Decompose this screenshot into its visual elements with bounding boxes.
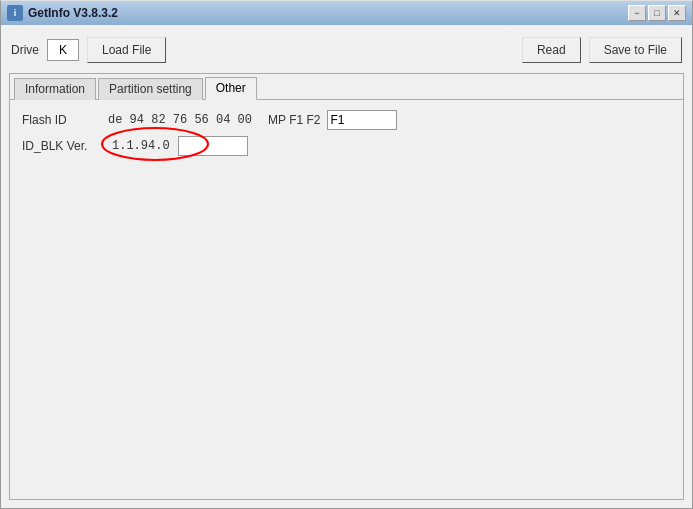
id-blk-value: 1.1.94.0 xyxy=(108,139,174,153)
flash-id-value: de 94 82 76 56 04 00 xyxy=(108,113,252,127)
toolbar: Drive Load File Read Save to File xyxy=(9,33,684,67)
flash-id-row: Flash ID de 94 82 76 56 04 00 MP F1 F2 xyxy=(22,110,671,130)
tab-information[interactable]: Information xyxy=(14,78,96,100)
save-to-file-button[interactable]: Save to File xyxy=(589,37,682,63)
main-window: i GetInfo V3.8.3.2 − □ ✕ Drive Load File… xyxy=(0,0,693,509)
mp-label: MP F1 F2 xyxy=(268,113,320,127)
flash-id-label: Flash ID xyxy=(22,113,102,127)
close-button[interactable]: ✕ xyxy=(668,5,686,21)
tabs-container: Information Partition setting Other Flas… xyxy=(9,73,684,500)
tab-other[interactable]: Other xyxy=(205,77,257,100)
title-bar-left: i GetInfo V3.8.3.2 xyxy=(7,5,118,21)
title-bar-controls: − □ ✕ xyxy=(628,5,686,21)
app-icon: i xyxy=(7,5,23,21)
drive-label: Drive xyxy=(11,43,39,57)
flash-id-input[interactable] xyxy=(327,110,397,130)
id-blk-input[interactable] xyxy=(178,136,248,156)
read-button[interactable]: Read xyxy=(522,37,581,63)
drive-input[interactable] xyxy=(47,39,79,61)
maximize-button[interactable]: □ xyxy=(648,5,666,21)
tab-content-other: Flash ID de 94 82 76 56 04 00 MP F1 F2 I… xyxy=(10,100,683,499)
id-blk-label: ID_BLK Ver. xyxy=(22,139,102,153)
load-file-button[interactable]: Load File xyxy=(87,37,166,63)
window-title: GetInfo V3.8.3.2 xyxy=(28,6,118,20)
minimize-button[interactable]: − xyxy=(628,5,646,21)
title-bar: i GetInfo V3.8.3.2 − □ ✕ xyxy=(1,1,692,25)
id-blk-row: ID_BLK Ver. 1.1.94.0 xyxy=(22,136,671,156)
window-content: Drive Load File Read Save to File Inform… xyxy=(1,25,692,508)
tab-bar: Information Partition setting Other xyxy=(10,74,683,100)
tab-partition-setting[interactable]: Partition setting xyxy=(98,78,203,100)
